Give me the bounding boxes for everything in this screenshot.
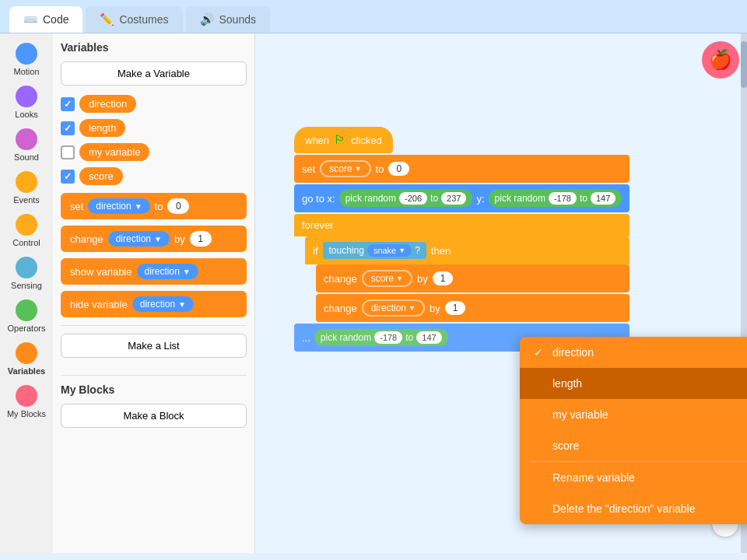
- change-score-block: change score▼ by 1: [316, 264, 630, 292]
- change-direction-canvas-block: change direction▼ by 1: [316, 294, 630, 322]
- code-icon: ⌨️: [23, 12, 38, 26]
- operators-dot: [16, 299, 37, 321]
- main-area: Motion Looks Sound Events Control Sensin…: [0, 33, 747, 553]
- events-dot: [16, 171, 37, 193]
- context-menu: ✓ direction length my variable score Ren…: [520, 337, 747, 524]
- menu-item-length[interactable]: length: [520, 368, 747, 399]
- hide-variable-block[interactable]: hide variable direction ▼: [61, 291, 247, 317]
- sprite-preview: 🍎: [702, 41, 739, 79]
- change-direction-block[interactable]: change direction ▼ by 1: [61, 226, 247, 252]
- tab-costumes[interactable]: ✏️ Costumes: [86, 6, 182, 33]
- var-row-score: ✓ score: [61, 167, 247, 185]
- cat-variables[interactable]: Variables: [0, 339, 53, 379]
- if-block-container: if touching snake▼ ? then change score▼: [305, 236, 630, 322]
- cat-motion-label: Motion: [13, 67, 39, 76]
- make-list-button[interactable]: Make a List: [61, 334, 247, 358]
- motion-dot: [16, 43, 37, 65]
- scroll-thumb[interactable]: [741, 41, 747, 88]
- divider: [61, 325, 247, 326]
- canvas-area: 🍎 when 🏳 clicked set score▼ to 0 go to: [255, 33, 747, 553]
- cat-operators-label: Operators: [8, 324, 46, 333]
- control-dot: [16, 214, 37, 236]
- pick-random-2: pick random -178 to 147: [489, 190, 622, 207]
- cat-control[interactable]: Control: [0, 211, 53, 250]
- cat-looks-label: Looks: [15, 110, 37, 119]
- my-blocks-title: My Blocks: [61, 383, 247, 396]
- cat-myblocks-label: My Blocks: [7, 409, 46, 418]
- flag-icon: 🏳: [334, 133, 346, 147]
- cat-looks[interactable]: Looks: [0, 82, 53, 122]
- pick-random-1: pick random -206 to 237: [339, 190, 473, 207]
- menu-item-delete[interactable]: Delete the "direction" variable: [520, 493, 747, 524]
- cat-operators[interactable]: Operators: [0, 296, 53, 336]
- checkbox-myvariable[interactable]: [61, 145, 75, 159]
- cat-sound-label: Sound: [14, 152, 39, 162]
- cat-myblocks[interactable]: My Blocks: [0, 382, 53, 422]
- cat-sensing-label: Sensing: [11, 281, 42, 290]
- var-row-myvariable: my variable: [61, 143, 247, 161]
- make-variable-button[interactable]: Make a Variable: [61, 61, 247, 86]
- header: ⌨️ Code ✏️ Costumes 🔊 Sounds: [0, 0, 747, 33]
- show-variable-block[interactable]: show variable direction ▼: [61, 258, 247, 285]
- make-block-button[interactable]: Make a Block: [61, 404, 247, 428]
- checkbox-direction[interactable]: ✓: [61, 97, 75, 111]
- menu-item-direction[interactable]: ✓ direction: [520, 337, 747, 368]
- sprite-emoji: 🍎: [709, 49, 732, 71]
- divider2: [61, 375, 247, 376]
- myblocks-dot: [16, 385, 37, 407]
- var-row-length: ✓ length: [61, 119, 247, 137]
- sounds-icon: 🔊: [200, 12, 215, 26]
- variables-dot: [16, 342, 37, 364]
- cat-events[interactable]: Events: [0, 168, 53, 208]
- sound-dot: [16, 128, 37, 150]
- menu-item-score[interactable]: score: [520, 430, 747, 461]
- cat-motion[interactable]: Motion: [0, 40, 53, 79]
- forever-block: forever: [294, 214, 630, 236]
- if-block: if touching snake▼ ? then: [305, 236, 630, 264]
- set-score-block: set score▼ to 0: [294, 155, 630, 183]
- tab-sounds[interactable]: 🔊 Sounds: [186, 6, 270, 33]
- when-clicked-block: when 🏳 clicked: [294, 127, 393, 153]
- var-pill-score[interactable]: score: [79, 167, 123, 185]
- cat-variables-label: Variables: [8, 366, 45, 376]
- canvas-blocks: when 🏳 clicked set score▼ to 0 go to x: …: [294, 127, 630, 352]
- menu-item-myvariable[interactable]: my variable: [520, 399, 747, 430]
- variables-section-title: Variables: [61, 41, 247, 54]
- var-pill-myvariable[interactable]: my variable: [79, 143, 149, 161]
- pick-random-3: pick random -178 to 147: [314, 329, 448, 346]
- cat-events-label: Events: [13, 195, 40, 205]
- checkbox-length[interactable]: ✓: [61, 121, 75, 135]
- var-pill-direction[interactable]: direction: [79, 95, 136, 113]
- cat-sensing[interactable]: Sensing: [0, 254, 53, 293]
- blocks-panel: Variables Make a Variable ✓ direction ✓ …: [53, 33, 255, 553]
- set-direction-block[interactable]: set direction ▼ to 0: [61, 193, 247, 219]
- menu-item-rename[interactable]: Rename variable: [520, 462, 747, 493]
- sensing-dot: [16, 257, 37, 278]
- categories-panel: Motion Looks Sound Events Control Sensin…: [0, 33, 53, 553]
- var-row-direction: ✓ direction: [61, 95, 247, 113]
- looks-dot: [16, 86, 37, 107]
- cat-control-label: Control: [12, 238, 40, 247]
- checkbox-score[interactable]: ✓: [61, 170, 75, 184]
- var-pill-length[interactable]: length: [79, 119, 125, 137]
- goto-block: go to x: pick random -206 to 237 y: pick…: [294, 184, 630, 212]
- cat-sound[interactable]: Sound: [0, 125, 53, 165]
- tab-code[interactable]: ⌨️ Code: [9, 6, 82, 33]
- costumes-icon: ✏️: [100, 12, 114, 26]
